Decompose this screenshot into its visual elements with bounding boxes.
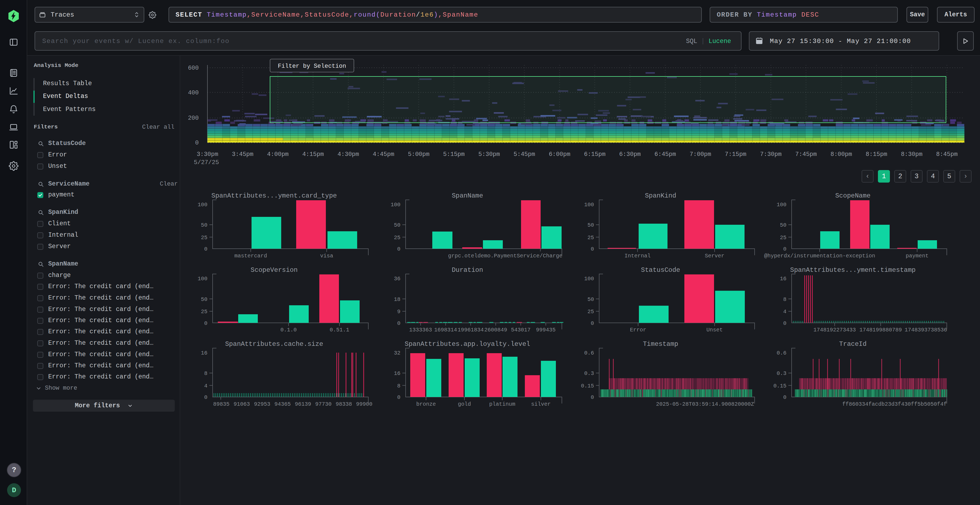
- svg-text:silver: silver: [531, 401, 551, 407]
- svg-text:7:45pm: 7:45pm: [795, 151, 817, 158]
- svg-text:bronze: bronze: [416, 401, 436, 407]
- svg-text:8:30pm: 8:30pm: [901, 151, 922, 158]
- svg-text:0.6: 0.6: [584, 350, 594, 356]
- svg-text:4:15pm: 4:15pm: [302, 151, 324, 158]
- svg-text:0.51.1: 0.51.1: [330, 327, 349, 333]
- svg-text:98338: 98338: [336, 401, 352, 407]
- svg-text:0.1.0: 0.1.0: [280, 327, 297, 333]
- svg-text:25: 25: [201, 235, 207, 241]
- svg-text:5:45pm: 5:45pm: [514, 151, 535, 158]
- svg-text:600: 600: [188, 65, 199, 71]
- svg-text:50: 50: [587, 296, 594, 303]
- svg-text:1748199880789: 1748199880789: [859, 327, 902, 333]
- svg-text:16: 16: [780, 276, 786, 282]
- svg-text:50: 50: [394, 222, 401, 228]
- svg-text:grpc.oteldemo.PaymentService/C: grpc.oteldemo.PaymentService/Charge: [448, 253, 562, 259]
- svg-text:16: 16: [394, 370, 401, 376]
- svg-text:100: 100: [584, 276, 594, 282]
- svg-text:4:45pm: 4:45pm: [373, 151, 394, 158]
- svg-text:25: 25: [394, 235, 401, 241]
- svg-text:50: 50: [587, 222, 594, 228]
- svg-text:0: 0: [195, 140, 199, 146]
- svg-text:8:00pm: 8:00pm: [830, 151, 852, 158]
- svg-text:0: 0: [204, 320, 207, 327]
- svg-text:Server: Server: [705, 253, 724, 259]
- svg-text:2025-05-28T03:59:14.900820000Z: 2025-05-28T03:59:14.900820000Z: [656, 401, 754, 407]
- svg-text:50: 50: [780, 222, 786, 228]
- svg-text:Unset: Unset: [706, 327, 723, 333]
- svg-text:7:00pm: 7:00pm: [690, 151, 711, 158]
- svg-text:0: 0: [204, 394, 207, 400]
- svg-text:SpanName: SpanName: [452, 192, 483, 199]
- svg-text:8:15pm: 8:15pm: [865, 151, 887, 158]
- svg-text:SpanKind: SpanKind: [645, 192, 676, 199]
- svg-text:32: 32: [394, 350, 401, 356]
- svg-text:0: 0: [397, 320, 401, 327]
- svg-text:SpanAttributes.app.loyalty.lev: SpanAttributes.app.loyalty.level: [405, 340, 530, 348]
- svg-text:0.6: 0.6: [776, 350, 786, 356]
- svg-text:4: 4: [204, 383, 207, 389]
- svg-text:92953: 92953: [254, 401, 270, 407]
- svg-text:Timestamp: Timestamp: [643, 340, 678, 348]
- svg-text:1748393738536: 1748393738536: [905, 327, 947, 333]
- svg-text:Duration: Duration: [452, 266, 483, 274]
- svg-text:0: 0: [591, 320, 594, 327]
- svg-text:2600849: 2600849: [484, 327, 507, 333]
- svg-text:25: 25: [201, 308, 207, 315]
- svg-text:0: 0: [397, 394, 401, 400]
- svg-text:gold: gold: [458, 401, 471, 407]
- svg-text:4:30pm: 4:30pm: [337, 151, 359, 158]
- svg-text:6:30pm: 6:30pm: [619, 151, 641, 158]
- svg-text:0: 0: [783, 394, 786, 400]
- svg-text:0: 0: [591, 394, 594, 400]
- svg-text:Filter by Selection: Filter by Selection: [278, 63, 346, 70]
- svg-text:36: 36: [394, 276, 401, 282]
- svg-text:0.3: 0.3: [776, 370, 786, 376]
- svg-text:mastercard: mastercard: [234, 253, 267, 259]
- svg-text:@hyperdx/instrumentation-excep: @hyperdx/instrumentation-exception: [764, 253, 875, 259]
- svg-text:400: 400: [188, 89, 199, 96]
- svg-text:8: 8: [783, 296, 786, 303]
- svg-text:9: 9: [397, 308, 401, 315]
- svg-text:25: 25: [587, 308, 594, 315]
- svg-text:999435: 999435: [536, 327, 555, 333]
- svg-text:16: 16: [201, 350, 207, 356]
- svg-text:visa: visa: [320, 253, 333, 259]
- svg-text:4: 4: [783, 308, 786, 315]
- svg-text:3:30pm: 3:30pm: [197, 151, 218, 158]
- svg-text:platinum: platinum: [489, 401, 515, 407]
- svg-text:ScopeVersion: ScopeVersion: [251, 266, 298, 274]
- svg-text:200: 200: [188, 115, 199, 122]
- svg-text:96139: 96139: [295, 401, 311, 407]
- svg-text:50: 50: [201, 222, 207, 228]
- svg-text:0: 0: [204, 246, 207, 252]
- svg-text:0.3: 0.3: [584, 370, 594, 376]
- svg-text:543017: 543017: [511, 327, 531, 333]
- svg-text:3:45pm: 3:45pm: [232, 151, 253, 158]
- svg-text:89835: 89835: [213, 401, 229, 407]
- svg-text:97730: 97730: [315, 401, 332, 407]
- svg-text:100: 100: [584, 202, 594, 208]
- svg-text:1698314: 1698314: [434, 327, 457, 333]
- svg-text:5:30pm: 5:30pm: [478, 151, 500, 158]
- svg-text:SpanAttributes...yment.timesta: SpanAttributes...yment.timestamp: [790, 266, 916, 274]
- svg-text:6:45pm: 6:45pm: [654, 151, 676, 158]
- svg-text:0: 0: [397, 246, 401, 252]
- svg-text:6:00pm: 6:00pm: [549, 151, 570, 158]
- svg-text:5:00pm: 5:00pm: [408, 151, 429, 158]
- svg-text:100: 100: [776, 202, 786, 208]
- svg-text:25: 25: [780, 235, 786, 241]
- svg-text:TraceId: TraceId: [839, 340, 867, 348]
- svg-text:0.15: 0.15: [581, 383, 594, 389]
- svg-text:7:30pm: 7:30pm: [760, 151, 781, 158]
- svg-text:100: 100: [391, 202, 401, 208]
- svg-text:25: 25: [587, 235, 594, 241]
- svg-text:4:00pm: 4:00pm: [267, 151, 288, 158]
- svg-text:18: 18: [394, 296, 401, 303]
- svg-text:payment: payment: [906, 253, 929, 259]
- svg-text:6:15pm: 6:15pm: [584, 151, 605, 158]
- svg-text:100: 100: [197, 276, 207, 282]
- svg-text:19961834: 19961834: [458, 327, 484, 333]
- svg-text:8: 8: [397, 383, 401, 389]
- svg-text:Internal: Internal: [624, 253, 651, 259]
